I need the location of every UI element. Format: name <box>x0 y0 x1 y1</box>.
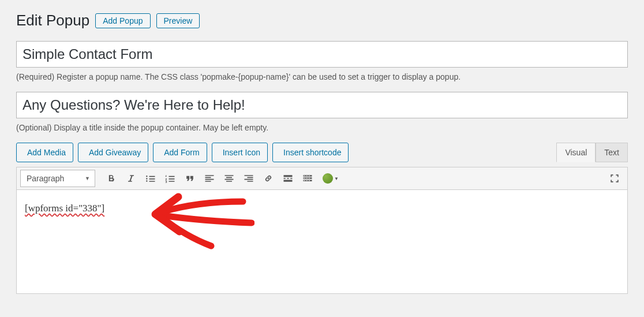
bullet-list-icon <box>145 173 156 184</box>
chevron-down-icon: ▼ <box>334 176 339 181</box>
link-button[interactable] <box>259 170 278 187</box>
read-more-button[interactable] <box>279 170 297 187</box>
popup-title-input[interactable] <box>16 92 628 118</box>
align-center-icon <box>223 173 235 184</box>
read-more-icon <box>282 173 294 184</box>
tab-visual[interactable]: Visual <box>556 143 596 162</box>
align-left-icon <box>204 173 215 184</box>
red-arrow-annotation <box>145 191 254 255</box>
align-right-icon <box>243 173 254 184</box>
bullet-list-button[interactable] <box>141 170 160 187</box>
fullscreen-button[interactable] <box>605 170 624 187</box>
bold-button[interactable] <box>102 170 121 187</box>
format-select-label: Paragraph <box>27 174 64 183</box>
add-giveaway-button[interactable]: Add Giveaway <box>78 143 148 162</box>
align-right-button[interactable] <box>239 170 258 187</box>
editor-toolbar: Paragraph <box>16 167 628 190</box>
align-left-button[interactable] <box>200 170 219 187</box>
add-media-label: Add Media <box>27 148 66 157</box>
add-popup-button[interactable]: Add Popup <box>95 13 150 28</box>
quote-icon <box>184 173 196 184</box>
editor-content-area[interactable]: [wpforms id="338"] <box>16 190 628 294</box>
insert-icon-label: Insert Icon <box>223 148 260 157</box>
editor-shortcode-text: [wpforms id="338"] <box>25 203 104 214</box>
link-icon <box>263 173 274 184</box>
insert-icon-button[interactable]: Insert Icon <box>212 143 268 162</box>
blockquote-button[interactable] <box>181 170 199 187</box>
toolbar-toggle-button[interactable] <box>298 170 317 187</box>
fullscreen-icon <box>609 173 620 184</box>
insert-shortcode-label: Insert shortcode <box>283 148 341 157</box>
add-form-button[interactable]: Add Form <box>153 143 207 162</box>
italic-icon <box>125 173 137 184</box>
insert-shortcode-button[interactable]: Insert shortcode <box>272 143 349 162</box>
italic-button[interactable] <box>122 170 140 187</box>
numbered-list-button[interactable] <box>161 170 179 187</box>
page-title: Edit Popup <box>16 12 89 29</box>
popup-name-input[interactable] <box>16 41 628 68</box>
align-center-button[interactable] <box>220 170 238 187</box>
editor-section: Add Media Add Giveaway Add Form Insert I… <box>16 143 628 294</box>
tiger-icon <box>323 173 333 184</box>
toolbar-toggle-icon <box>302 173 313 184</box>
popup-title-help-text: (Optional) Display a title inside the po… <box>16 123 628 132</box>
add-form-label: Add Form <box>164 148 199 157</box>
preview-button[interactable]: Preview <box>156 13 200 28</box>
tab-text[interactable]: Text <box>596 143 628 162</box>
numbered-list-icon <box>164 173 176 184</box>
add-giveaway-label: Add Giveaway <box>89 148 141 157</box>
bold-icon <box>106 173 117 184</box>
add-media-button[interactable]: Add Media <box>16 143 73 162</box>
popup-name-help-text: (Required) Register a popup name. The CS… <box>16 72 628 81</box>
format-select[interactable]: Paragraph <box>20 170 95 187</box>
tiger-menu-button[interactable]: ▼ <box>318 170 343 187</box>
